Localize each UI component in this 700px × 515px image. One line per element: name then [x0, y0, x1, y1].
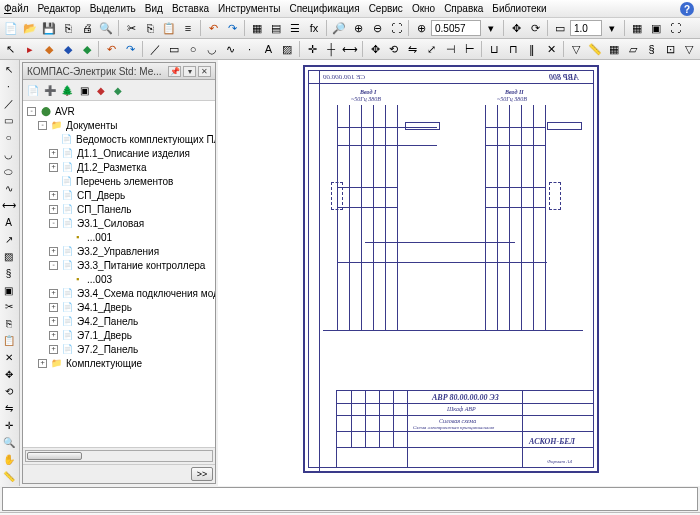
delete-icon[interactable]: ✕	[542, 40, 560, 58]
menu-service[interactable]: Сервис	[369, 3, 403, 14]
vt-ellipse-icon[interactable]: ⬭	[0, 164, 17, 180]
tree-item-3[interactable]: +📄Д1.2_Разметка	[23, 160, 215, 174]
panel-go-button[interactable]: >>	[191, 467, 213, 481]
panel-add-icon[interactable]: ➕	[42, 82, 58, 98]
menu-insert[interactable]: Вставка	[172, 3, 209, 14]
zoomfit-icon[interactable]: ⛶	[387, 19, 405, 37]
new-icon[interactable]: 📄	[2, 19, 20, 37]
filter-icon[interactable]: ▽	[567, 40, 585, 58]
menu-file[interactable]: ФФайлайл	[4, 3, 29, 14]
line-icon[interactable]: ／	[146, 40, 164, 58]
tree-item-4[interactable]: 📄Перечень элементов	[23, 174, 215, 188]
panel-menu-icon[interactable]: ▾	[183, 66, 196, 77]
tol-icon[interactable]: ⊡	[662, 40, 680, 58]
panel-tree-icon[interactable]: 🌲	[59, 82, 75, 98]
green-icon[interactable]: ◆	[78, 40, 96, 58]
tree-item-7a[interactable]: ▪...001	[23, 230, 215, 244]
panel-item-icon[interactable]: ▣	[76, 82, 92, 98]
trim-icon[interactable]: ⊣	[442, 40, 460, 58]
help-icon[interactable]: ?	[680, 2, 694, 16]
vt-rot-icon[interactable]: ⟲	[0, 384, 17, 400]
vt-dim-icon[interactable]: ⟷	[0, 197, 17, 213]
vt-spline-icon[interactable]: ∿	[0, 181, 17, 197]
redo2-icon[interactable]: ↷	[121, 40, 139, 58]
dim-icon[interactable]: ⟷	[341, 40, 359, 58]
vt-measure-icon[interactable]: 📏	[0, 468, 17, 484]
surf-icon[interactable]: ▽	[680, 40, 698, 58]
tree-item-2[interactable]: +📄Д1.1_Описание изделия	[23, 146, 215, 160]
vt-arc-icon[interactable]: ◡	[0, 147, 17, 163]
zoomin-icon[interactable]: ⊖	[368, 19, 386, 37]
page-icon[interactable]: ▭	[551, 19, 569, 37]
cross-icon[interactable]: ✛	[303, 40, 321, 58]
vt-pan-icon[interactable]: ✋	[0, 451, 17, 467]
vt-symbol-icon[interactable]: §	[0, 265, 17, 281]
zoom-icon[interactable]: ⊕	[349, 19, 367, 37]
sheets-icon[interactable]: ▦	[248, 19, 266, 37]
menu-window[interactable]: Окно	[412, 3, 435, 14]
open-icon[interactable]: 📂	[21, 19, 39, 37]
rect-icon[interactable]: ▭	[165, 40, 183, 58]
axis-icon[interactable]: ┼	[322, 40, 340, 58]
vt-move-icon[interactable]: ✥	[0, 367, 17, 383]
undo-icon[interactable]: ↶	[204, 19, 222, 37]
move-icon[interactable]: ✥	[366, 40, 384, 58]
blue-icon[interactable]: ◆	[59, 40, 77, 58]
arc-icon[interactable]: ◡	[203, 40, 221, 58]
scale2-icon[interactable]: ⤢	[423, 40, 441, 58]
vt-select-icon[interactable]: ↖	[0, 62, 17, 78]
offset-icon[interactable]: ‖	[523, 40, 541, 58]
print-icon[interactable]: 🖨	[78, 19, 96, 37]
symbol-icon[interactable]: §	[643, 40, 661, 58]
menu-libs[interactable]: Библиотеки	[492, 3, 546, 14]
panel-new-icon[interactable]: 📄	[25, 82, 41, 98]
menu-tools[interactable]: Инструменты	[218, 3, 280, 14]
coord-step-icon[interactable]: ▾	[482, 19, 500, 37]
tree-item-1[interactable]: 📄Ведомость комплектующих ПЛК	[23, 132, 215, 146]
tree-item-12[interactable]: +📄Э4.2_Панель	[23, 314, 215, 328]
tree-item-9a[interactable]: ▪...003	[23, 272, 215, 286]
undo2-icon[interactable]: ↶	[102, 40, 120, 58]
spline-icon[interactable]: ∿	[222, 40, 240, 58]
vt-point-icon[interactable]: ·	[0, 79, 17, 95]
snap-icon[interactable]: ▣	[647, 19, 665, 37]
vt-block-icon[interactable]: ▣	[0, 282, 17, 298]
tree-item-8[interactable]: +📄Э3.2_Управления	[23, 244, 215, 258]
tree-item-14[interactable]: +📄Э7.2_Панель	[23, 342, 215, 356]
menu-select[interactable]: Выделить	[90, 3, 136, 14]
props-icon[interactable]: ≡	[179, 19, 197, 37]
layers-icon[interactable]: ▤	[267, 19, 285, 37]
point-icon[interactable]: ·	[241, 40, 259, 58]
vt-zoom-icon[interactable]: 🔍	[0, 434, 17, 450]
saveall-icon[interactable]: ⎘	[59, 19, 77, 37]
panel-pin-icon[interactable]: 📌	[168, 66, 181, 77]
cursor-icon[interactable]: ↖	[2, 40, 20, 58]
vt-cross-icon[interactable]: ✛	[0, 417, 17, 433]
menu-editor[interactable]: Редактор	[38, 3, 81, 14]
tree-root[interactable]: -⬤AVR	[23, 104, 215, 118]
vt-copy-icon[interactable]: ⎘	[0, 316, 17, 332]
vt-mirror-icon[interactable]: ⇋	[0, 401, 17, 417]
menu-help[interactable]: Справка	[444, 3, 483, 14]
save-icon[interactable]: 💾	[40, 19, 58, 37]
tree-item-9[interactable]: -📄Э3.3_Питание контроллера	[23, 258, 215, 272]
measure-icon[interactable]: 📏	[586, 40, 604, 58]
scale-field[interactable]: 1.0	[570, 20, 602, 36]
preview-icon[interactable]: 🔍	[97, 19, 115, 37]
menu-spec[interactable]: Спецификация	[289, 3, 359, 14]
redo-icon[interactable]: ↷	[223, 19, 241, 37]
tree-item-6[interactable]: +📄СП_Панель	[23, 202, 215, 216]
panel-close-icon[interactable]: ✕	[198, 66, 211, 77]
vt-cut-icon[interactable]: ✂	[0, 299, 17, 315]
tree-docs[interactable]: -📁Документы	[23, 118, 215, 132]
project-tree[interactable]: -⬤AVR -📁Документы 📄Ведомость комплектующ…	[23, 101, 215, 447]
table-icon[interactable]: ▦	[605, 40, 623, 58]
target-icon[interactable]: ⊕	[412, 19, 430, 37]
circle-icon[interactable]: ○	[184, 40, 202, 58]
tree-components[interactable]: +📁Комплектующие	[23, 356, 215, 370]
extend-icon[interactable]: ⊢	[461, 40, 479, 58]
panel-scrollbar[interactable]	[25, 450, 213, 462]
tree-item-11[interactable]: +📄Э4.1_Дверь	[23, 300, 215, 314]
tree-item-10[interactable]: +📄Э3.4_Схема подключения модулей I	[23, 286, 215, 300]
panel-red-icon[interactable]: ◆	[93, 82, 109, 98]
